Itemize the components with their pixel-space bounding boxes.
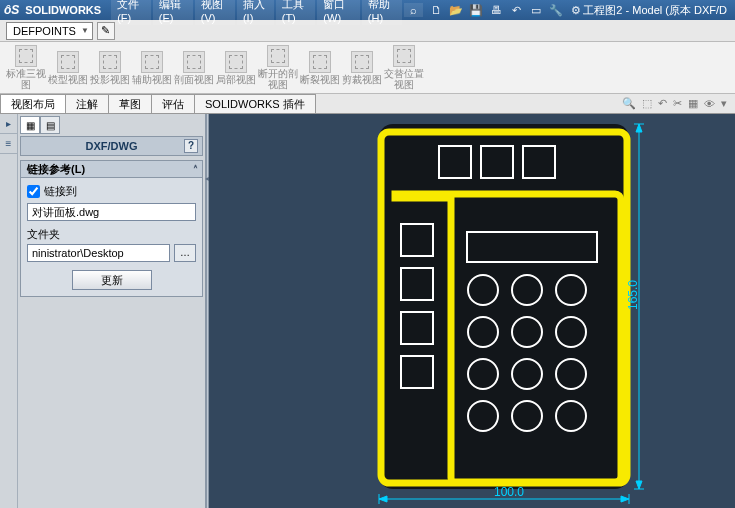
drawing-canvas[interactable]: 100.0 165.0 [209,114,735,508]
layer-edit-icon[interactable]: ✎ [97,22,115,40]
mini-tab-2[interactable]: ▤ [40,116,60,134]
display-icon[interactable]: ▦ [688,97,698,110]
ribbon-btn-8[interactable]: 剪裁视图 [342,44,382,91]
help-icon[interactable]: ? [184,139,198,153]
hide-show-icon[interactable]: 👁 [704,98,715,110]
panel-header: DXF/DWG ? [20,136,203,156]
svg-marker-29 [636,124,642,132]
ribbon-btn-2[interactable]: 投影视图 [90,44,130,91]
ribbon-btn-1[interactable]: 模型视图 [48,44,88,91]
layer-dropdown[interactable]: DEFPOINTS [6,22,93,40]
document-title: 工程图2 - Model (原本 DXF/D [583,3,731,18]
save-icon[interactable]: 💾 [469,3,483,17]
menu-file[interactable]: 文件(F) [111,0,151,25]
group-title: 链接参考(L) [27,162,85,177]
tab-3[interactable]: 评估 [151,94,195,113]
tab-1[interactable]: 注解 [65,94,109,113]
menu-view[interactable]: 视图(V) [195,0,235,25]
menu-search-icon[interactable]: ⌕ [404,3,423,17]
side-tab-pm[interactable]: ≡ [0,134,17,154]
dim-height: 165.0 [626,280,640,310]
collapse-icon: ˄ [193,164,198,175]
quick-access-toolbar: 🗋 📂 💾 🖶 ↶ ▭ 🔧 ⚙ [429,3,583,17]
folder-input[interactable] [27,244,170,262]
dim-width: 100.0 [494,485,524,499]
view-controls: 🔍 ⬚ ↶ ✂ ▦ 👁 ▾ [622,94,735,113]
folder-label: 文件夹 [27,227,196,242]
group-body: 链接到 文件夹 … 更新 [20,178,203,297]
link-checkbox[interactable] [27,185,40,198]
update-button[interactable]: 更新 [72,270,152,290]
ribbon-btn-5[interactable]: 局部视图 [216,44,256,91]
menu-edit[interactable]: 编辑(E) [153,0,193,25]
prev-view-icon[interactable]: ↶ [658,97,667,110]
print-icon[interactable]: 🖶 [489,3,503,17]
section-icon[interactable]: ✂ [673,97,682,110]
open-icon[interactable]: 📂 [449,3,463,17]
group-header[interactable]: 链接参考(L) ˄ [20,160,203,178]
zoom-fit-icon[interactable]: 🔍 [622,97,636,110]
link-label: 链接到 [44,184,77,199]
tab-4[interactable]: SOLIDWORKS 插件 [194,94,316,113]
select-icon[interactable]: ▭ [529,3,543,17]
svg-marker-24 [379,496,387,502]
feature-manager-panel: ▸ ≡ ▦ ▤ DXF/DWG ? 链接参考(L) ˄ 链接到 [0,114,206,508]
command-tabs: 视图布局注解草图评估SOLIDWORKS 插件 🔍 ⬚ ↶ ✂ ▦ 👁 ▾ [0,94,735,114]
solidworks-logo: ôS [4,3,19,17]
ribbon-btn-0[interactable]: 标准三视图 [6,44,46,91]
panel-title: DXF/DWG [86,140,138,152]
menu-help[interactable]: 帮助(H) [362,0,403,25]
more-icon[interactable]: ▾ [721,97,727,110]
title-bar: ôS SOLIDWORKS 文件(F) 编辑(E) 视图(V) 插入(I) 工具… [0,0,735,20]
menu-window[interactable]: 窗口(W) [317,0,359,25]
link-file-input[interactable] [27,203,196,221]
side-tab-fm[interactable]: ▸ [0,114,17,134]
ribbon-btn-6[interactable]: 断开的剖视图 [258,44,298,91]
browse-button[interactable]: … [174,244,196,262]
svg-marker-25 [621,496,629,502]
undo-icon[interactable]: ↶ [509,3,523,17]
tab-0[interactable]: 视图布局 [0,94,66,113]
ribbon-btn-3[interactable]: 辅助视图 [132,44,172,91]
ribbon-btn-9[interactable]: 交替位置视图 [384,44,424,91]
svg-marker-30 [636,481,642,489]
tab-2[interactable]: 草图 [108,94,152,113]
brand-name: SOLIDWORKS [25,4,101,16]
cad-drawing: 100.0 165.0 [209,114,735,508]
ribbon-btn-4[interactable]: 剖面视图 [174,44,214,91]
rebuild-icon[interactable]: 🔧 [549,3,563,17]
zoom-area-icon[interactable]: ⬚ [642,97,652,110]
ribbon-btn-7[interactable]: 断裂视图 [300,44,340,91]
new-doc-icon[interactable]: 🗋 [429,3,443,17]
options-icon[interactable]: ⚙ [569,3,583,17]
mini-tab-1[interactable]: ▦ [20,116,40,134]
menu-insert[interactable]: 插入(I) [237,0,274,25]
ribbon-toolbar: 标准三视图模型视图投影视图辅助视图剖面视图局部视图断开的剖视图断裂视图剪裁视图交… [0,42,735,94]
menu-tools[interactable]: 工具(T) [276,0,316,25]
